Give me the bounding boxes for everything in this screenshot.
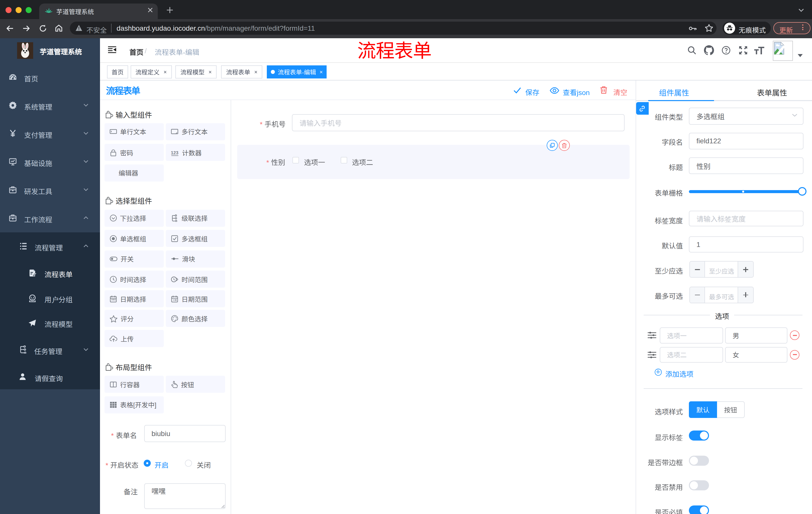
svg-text:123: 123 — [171, 150, 179, 155]
